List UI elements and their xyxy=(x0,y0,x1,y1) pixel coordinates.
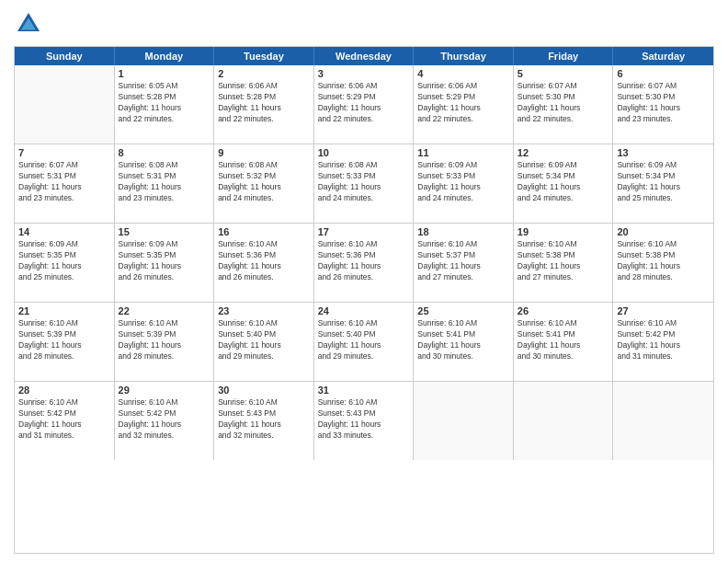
calendar-cell: 27Sunrise: 6:10 AM Sunset: 5:42 PM Dayli… xyxy=(613,303,713,381)
calendar-cell: 30Sunrise: 6:10 AM Sunset: 5:43 PM Dayli… xyxy=(214,382,314,460)
calendar-cell xyxy=(15,65,115,144)
day-number: 20 xyxy=(617,226,710,237)
weekday-header: Thursday xyxy=(414,47,514,65)
day-number: 24 xyxy=(318,305,410,316)
day-info: Sunrise: 6:10 AM Sunset: 5:41 PM Dayligh… xyxy=(417,318,509,362)
day-info: Sunrise: 6:07 AM Sunset: 5:31 PM Dayligh… xyxy=(18,160,110,204)
day-info: Sunrise: 6:08 AM Sunset: 5:33 PM Dayligh… xyxy=(318,160,410,204)
calendar-cell: 21Sunrise: 6:10 AM Sunset: 5:39 PM Dayli… xyxy=(15,303,115,381)
calendar-cell: 29Sunrise: 6:10 AM Sunset: 5:42 PM Dayli… xyxy=(115,382,215,460)
day-number: 13 xyxy=(617,147,710,158)
weekday-header: Tuesday xyxy=(214,47,314,65)
header xyxy=(14,9,714,39)
calendar-row: 7Sunrise: 6:07 AM Sunset: 5:31 PM Daylig… xyxy=(15,144,713,224)
calendar-row: 1Sunrise: 6:05 AM Sunset: 5:28 PM Daylig… xyxy=(15,65,713,144)
day-info: Sunrise: 6:10 AM Sunset: 5:43 PM Dayligh… xyxy=(218,397,310,442)
day-number: 18 xyxy=(417,226,509,237)
day-number: 16 xyxy=(218,226,310,237)
weekday-header: Saturday xyxy=(613,47,713,65)
day-number: 25 xyxy=(417,305,509,316)
calendar-cell: 31Sunrise: 6:10 AM Sunset: 5:43 PM Dayli… xyxy=(314,382,415,460)
calendar-cell: 26Sunrise: 6:10 AM Sunset: 5:41 PM Dayli… xyxy=(514,303,614,381)
day-number: 29 xyxy=(119,385,210,396)
calendar-cell xyxy=(414,382,514,460)
day-number: 1 xyxy=(119,68,210,79)
day-info: Sunrise: 6:05 AM Sunset: 5:28 PM Dayligh… xyxy=(119,81,210,125)
day-info: Sunrise: 6:10 AM Sunset: 5:38 PM Dayligh… xyxy=(617,239,710,283)
day-number: 15 xyxy=(119,226,210,237)
calendar-header: SundayMondayTuesdayWednesdayThursdayFrid… xyxy=(15,47,713,65)
day-number: 9 xyxy=(218,147,310,158)
day-info: Sunrise: 6:10 AM Sunset: 5:42 PM Dayligh… xyxy=(18,397,110,442)
day-info: Sunrise: 6:06 AM Sunset: 5:29 PM Dayligh… xyxy=(417,81,509,125)
day-info: Sunrise: 6:10 AM Sunset: 5:41 PM Dayligh… xyxy=(518,318,609,362)
page: SundayMondayTuesdayWednesdayThursdayFrid… xyxy=(0,0,728,563)
day-info: Sunrise: 6:09 AM Sunset: 5:35 PM Dayligh… xyxy=(119,239,210,283)
calendar-cell: 24Sunrise: 6:10 AM Sunset: 5:40 PM Dayli… xyxy=(314,303,415,381)
day-info: Sunrise: 6:09 AM Sunset: 5:33 PM Dayligh… xyxy=(417,160,509,204)
calendar-row: 28Sunrise: 6:10 AM Sunset: 5:42 PM Dayli… xyxy=(15,382,713,460)
calendar-cell: 17Sunrise: 6:10 AM Sunset: 5:36 PM Dayli… xyxy=(314,224,415,302)
day-number: 23 xyxy=(218,305,310,316)
day-number: 19 xyxy=(518,226,609,237)
day-info: Sunrise: 6:10 AM Sunset: 5:37 PM Dayligh… xyxy=(417,239,509,283)
day-number: 17 xyxy=(318,226,410,237)
day-info: Sunrise: 6:10 AM Sunset: 5:39 PM Dayligh… xyxy=(18,318,110,362)
day-info: Sunrise: 6:10 AM Sunset: 5:40 PM Dayligh… xyxy=(318,318,410,362)
day-number: 30 xyxy=(218,385,310,396)
day-info: Sunrise: 6:09 AM Sunset: 5:34 PM Dayligh… xyxy=(518,160,609,204)
calendar-row: 21Sunrise: 6:10 AM Sunset: 5:39 PM Dayli… xyxy=(15,303,713,382)
day-info: Sunrise: 6:10 AM Sunset: 5:39 PM Dayligh… xyxy=(119,318,210,362)
day-number: 27 xyxy=(617,305,710,316)
day-number: 26 xyxy=(518,305,609,316)
calendar-cell: 22Sunrise: 6:10 AM Sunset: 5:39 PM Dayli… xyxy=(115,303,215,381)
day-info: Sunrise: 6:06 AM Sunset: 5:29 PM Dayligh… xyxy=(318,81,410,125)
day-info: Sunrise: 6:07 AM Sunset: 5:30 PM Dayligh… xyxy=(518,81,609,125)
calendar-cell: 20Sunrise: 6:10 AM Sunset: 5:38 PM Dayli… xyxy=(613,224,713,302)
calendar-cell xyxy=(514,382,614,460)
logo-icon xyxy=(14,9,43,39)
day-info: Sunrise: 6:08 AM Sunset: 5:31 PM Dayligh… xyxy=(119,160,210,204)
calendar-cell: 7Sunrise: 6:07 AM Sunset: 5:31 PM Daylig… xyxy=(15,144,115,223)
day-number: 6 xyxy=(617,68,710,79)
calendar-cell: 9Sunrise: 6:08 AM Sunset: 5:32 PM Daylig… xyxy=(214,144,314,223)
day-info: Sunrise: 6:08 AM Sunset: 5:32 PM Dayligh… xyxy=(218,160,310,204)
day-info: Sunrise: 6:09 AM Sunset: 5:34 PM Dayligh… xyxy=(617,160,710,204)
calendar-cell: 14Sunrise: 6:09 AM Sunset: 5:35 PM Dayli… xyxy=(15,224,115,302)
calendar-cell: 5Sunrise: 6:07 AM Sunset: 5:30 PM Daylig… xyxy=(514,65,614,144)
day-number: 10 xyxy=(318,147,410,158)
day-number: 4 xyxy=(417,68,509,79)
calendar-cell: 23Sunrise: 6:10 AM Sunset: 5:40 PM Dayli… xyxy=(214,303,314,381)
day-info: Sunrise: 6:10 AM Sunset: 5:38 PM Dayligh… xyxy=(518,239,609,283)
weekday-header: Sunday xyxy=(15,47,115,65)
calendar-cell: 10Sunrise: 6:08 AM Sunset: 5:33 PM Dayli… xyxy=(314,144,415,223)
day-number: 14 xyxy=(18,226,110,237)
day-number: 5 xyxy=(518,68,609,79)
day-info: Sunrise: 6:10 AM Sunset: 5:42 PM Dayligh… xyxy=(617,318,710,362)
calendar-row: 14Sunrise: 6:09 AM Sunset: 5:35 PM Dayli… xyxy=(15,224,713,303)
day-info: Sunrise: 6:10 AM Sunset: 5:40 PM Dayligh… xyxy=(218,318,310,362)
calendar-body: 1Sunrise: 6:05 AM Sunset: 5:28 PM Daylig… xyxy=(15,65,713,460)
day-number: 21 xyxy=(18,305,110,316)
day-info: Sunrise: 6:09 AM Sunset: 5:35 PM Dayligh… xyxy=(18,239,110,283)
weekday-header: Wednesday xyxy=(314,47,415,65)
day-number: 3 xyxy=(318,68,410,79)
day-info: Sunrise: 6:07 AM Sunset: 5:30 PM Dayligh… xyxy=(617,81,710,125)
day-number: 28 xyxy=(18,385,110,396)
calendar-cell: 15Sunrise: 6:09 AM Sunset: 5:35 PM Dayli… xyxy=(115,224,215,302)
calendar-cell: 13Sunrise: 6:09 AM Sunset: 5:34 PM Dayli… xyxy=(613,144,713,223)
calendar-cell: 11Sunrise: 6:09 AM Sunset: 5:33 PM Dayli… xyxy=(414,144,514,223)
calendar-cell: 12Sunrise: 6:09 AM Sunset: 5:34 PM Dayli… xyxy=(514,144,614,223)
day-info: Sunrise: 6:10 AM Sunset: 5:42 PM Dayligh… xyxy=(119,397,210,442)
day-number: 12 xyxy=(518,147,609,158)
day-number: 7 xyxy=(18,147,110,158)
calendar-cell: 1Sunrise: 6:05 AM Sunset: 5:28 PM Daylig… xyxy=(115,65,215,144)
day-info: Sunrise: 6:10 AM Sunset: 5:36 PM Dayligh… xyxy=(318,239,410,283)
calendar-cell: 25Sunrise: 6:10 AM Sunset: 5:41 PM Dayli… xyxy=(414,303,514,381)
calendar-cell xyxy=(613,382,713,460)
day-info: Sunrise: 6:10 AM Sunset: 5:36 PM Dayligh… xyxy=(218,239,310,283)
day-info: Sunrise: 6:06 AM Sunset: 5:28 PM Dayligh… xyxy=(218,81,310,125)
day-number: 11 xyxy=(417,147,509,158)
day-number: 8 xyxy=(119,147,210,158)
calendar-cell: 4Sunrise: 6:06 AM Sunset: 5:29 PM Daylig… xyxy=(414,65,514,144)
